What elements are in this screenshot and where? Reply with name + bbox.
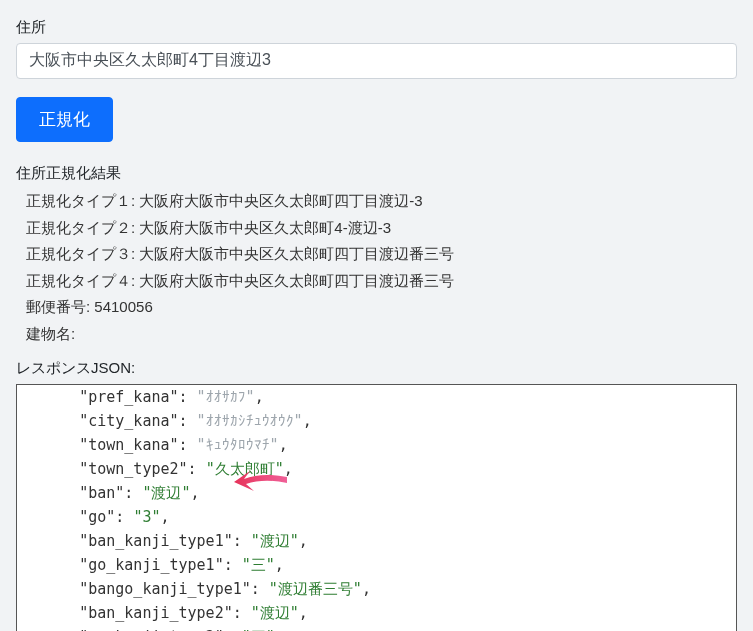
json-line: "bango_kanji_type1": "渡辺番三号",	[25, 577, 728, 601]
result-label: 正規化タイプ１:	[26, 192, 139, 209]
result-type2: 正規化タイプ２: 大阪府大阪市中央区久太郎町4-渡辺-3	[26, 217, 737, 240]
result-value: 大阪府大阪市中央区久太郎町四丁目渡辺番三号	[139, 245, 454, 262]
address-label: 住所	[16, 16, 737, 39]
json-key: "go"	[79, 508, 115, 526]
json-key: "pref_kana"	[79, 388, 178, 406]
json-line: "town_kana": "ｷｭｳﾀﾛｳﾏﾁ",	[25, 433, 728, 457]
result-type4: 正規化タイプ４: 大阪府大阪市中央区久太郎町四丁目渡辺番三号	[26, 270, 737, 293]
results-heading: 住所正規化結果	[16, 162, 737, 185]
response-json-box[interactable]: "pref_kana": "ｵｵｻｶﾌ", "city_kana": "ｵｵｻｶ…	[16, 384, 737, 632]
result-value: 大阪府大阪市中央区久太郎町四丁目渡辺番三号	[139, 272, 454, 289]
json-key: "town_type2"	[79, 460, 187, 478]
json-line: "go": "3",	[25, 505, 728, 529]
response-json-label: レスポンスJSON:	[16, 357, 737, 380]
json-key: "ban_kanji_type1"	[79, 532, 233, 550]
normalize-button[interactable]: 正規化	[16, 97, 113, 142]
result-value: 5410056	[94, 298, 152, 315]
result-label: 正規化タイプ２:	[26, 219, 139, 236]
address-section: 住所	[16, 16, 737, 79]
json-key: "city_kana"	[79, 412, 178, 430]
json-value: "渡辺"	[251, 604, 299, 622]
json-value: "渡辺"	[251, 532, 299, 550]
json-key: "go_kanji_type1"	[79, 556, 224, 574]
json-value: "ｵｵｻｶﾌ"	[197, 388, 255, 406]
json-key: "ban"	[79, 484, 124, 502]
json-value: "三"	[242, 556, 275, 574]
json-line: "pref_kana": "ｵｵｻｶﾌ",	[25, 385, 728, 409]
json-line: "city_kana": "ｵｵｻｶｼﾁｭｳｵｳｸ",	[25, 409, 728, 433]
json-line: "go_kanji_type1": "三",	[25, 553, 728, 577]
json-value: "渡辺"	[142, 484, 190, 502]
result-value: 大阪府大阪市中央区久太郎町四丁目渡辺-3	[139, 192, 422, 209]
result-building: 建物名:	[26, 323, 737, 346]
json-value: "久太郎町"	[206, 460, 284, 478]
results-block: 正規化タイプ１: 大阪府大阪市中央区久太郎町四丁目渡辺-3 正規化タイプ２: 大…	[16, 190, 737, 345]
json-line: "ban": "渡辺",	[25, 481, 728, 505]
response-json-content: "pref_kana": "ｵｵｻｶﾌ", "city_kana": "ｵｵｻｶ…	[25, 385, 728, 632]
json-value: "三"	[242, 628, 275, 632]
json-key: "ban_kanji_type2"	[79, 604, 233, 622]
json-value: "渡辺番三号"	[269, 580, 362, 598]
result-type3: 正規化タイプ３: 大阪府大阪市中央区久太郎町四丁目渡辺番三号	[26, 243, 737, 266]
json-key: "town_kana"	[79, 436, 178, 454]
json-line: "ban_kanji_type2": "渡辺",	[25, 601, 728, 625]
address-input[interactable]	[16, 43, 737, 79]
result-label: 正規化タイプ３:	[26, 245, 139, 262]
json-line: "go_kanji_type2": "三",	[25, 625, 728, 632]
json-line: "ban_kanji_type1": "渡辺",	[25, 529, 728, 553]
result-value: 大阪府大阪市中央区久太郎町4-渡辺-3	[139, 219, 391, 236]
result-type1: 正規化タイプ１: 大阪府大阪市中央区久太郎町四丁目渡辺-3	[26, 190, 737, 213]
json-value: "ｷｭｳﾀﾛｳﾏﾁ"	[197, 436, 279, 454]
json-value: "3"	[133, 508, 160, 526]
result-label: 正規化タイプ４:	[26, 272, 139, 289]
json-key: "bango_kanji_type1"	[79, 580, 251, 598]
result-label: 建物名:	[26, 325, 75, 342]
json-key: "go_kanji_type2"	[79, 628, 224, 632]
result-postal: 郵便番号: 5410056	[26, 296, 737, 319]
result-label: 郵便番号:	[26, 298, 94, 315]
json-value: "ｵｵｻｶｼﾁｭｳｵｳｸ"	[197, 412, 303, 430]
json-line: "town_type2": "久太郎町",	[25, 457, 728, 481]
